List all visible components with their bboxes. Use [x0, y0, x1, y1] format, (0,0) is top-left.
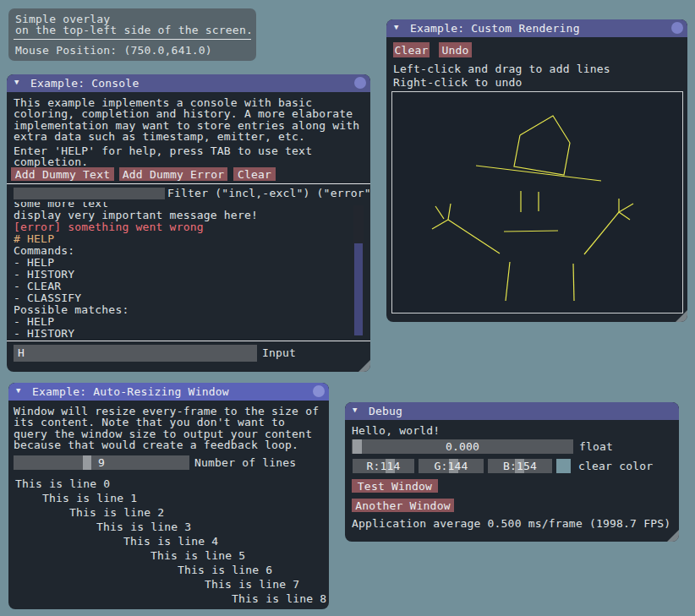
- drag-green[interactable]: G:144: [419, 459, 484, 473]
- custom-rendering-titlebar[interactable]: ▼ Example: Custom Rendering: [386, 19, 687, 37]
- console-log-line: - HELP: [14, 315, 352, 327]
- debug-window: ▼ Debug Hello, world! 0.000 float R:114 …: [345, 402, 679, 542]
- console-log-line: # HELP: [14, 232, 352, 244]
- drawn-line: [504, 231, 558, 232]
- resize-grip-icon[interactable]: [667, 530, 679, 542]
- canvas-clear-button[interactable]: Clear: [393, 42, 430, 57]
- drawn-line: [619, 204, 633, 212]
- debug-title: Debug: [369, 405, 402, 417]
- drawn-line: [584, 212, 619, 254]
- resize-grip-icon[interactable]: [358, 360, 370, 372]
- overlay-separator: [14, 39, 251, 40]
- float-slider-value: 0.000: [352, 440, 573, 453]
- mouse-position-text: Mouse Position: (750.0,641.0): [15, 45, 212, 56]
- console-scrollbar[interactable]: [353, 205, 364, 335]
- console-input-label: Input: [262, 347, 296, 358]
- console-log[interactable]: some more textdisplay very important mes…: [14, 202, 352, 337]
- close-button-icon[interactable]: [354, 77, 366, 89]
- add-dummy-error-button[interactable]: Add Dummy Error: [119, 167, 227, 181]
- float-label: float: [579, 441, 613, 452]
- filter-input[interactable]: [14, 188, 165, 199]
- output-line: This is line 6: [178, 564, 272, 576]
- collapse-arrow-icon[interactable]: ▼: [394, 23, 399, 31]
- scrollbar-grab[interactable]: [354, 243, 363, 335]
- collapse-arrow-icon[interactable]: ▼: [14, 78, 19, 86]
- drawn-line: [514, 116, 570, 175]
- filter-label: Filter ("incl,-excl") ("error": [167, 188, 370, 199]
- clear-button[interactable]: Clear: [233, 167, 276, 181]
- overlay-window: Simple overlay on the top-left side of t…: [8, 8, 256, 61]
- drag-green-value: G:144: [419, 460, 484, 472]
- fps-stats-text: Application average 0.500 ms/frame (1998…: [352, 518, 670, 529]
- console-intro-text: This example implements a console with b…: [14, 97, 359, 143]
- console-input[interactable]: H: [14, 345, 257, 362]
- drawn-lines: [392, 92, 682, 313]
- console-window: ▼ Example: Console This example implemen…: [7, 74, 370, 372]
- another-window-button[interactable]: Another Window: [352, 499, 454, 512]
- output-line: This is line 5: [150, 549, 245, 562]
- overlay-text-line2: on the top-left side of the screen.: [15, 25, 253, 35]
- console-hint-text: Enter 'HELP' for help, press TAB to use …: [14, 145, 312, 168]
- drag-red-value: R:114: [353, 460, 414, 472]
- drawn-line: [573, 264, 574, 301]
- drawn-line: [448, 204, 451, 220]
- clear-color-swatch[interactable]: [556, 459, 571, 473]
- desktop: Simple overlay on the top-left side of t…: [0, 0, 695, 616]
- test-window-button[interactable]: Test Window: [352, 479, 438, 493]
- drawn-line: [432, 220, 448, 229]
- drawn-line: [619, 212, 630, 220]
- console-separator-bottom: [7, 341, 370, 341]
- console-input-value: H: [18, 347, 25, 358]
- console-log-line: - HISTORY: [14, 327, 352, 337]
- console-title: Example: Console: [30, 77, 139, 90]
- float-slider[interactable]: 0.000: [352, 439, 573, 454]
- drag-blue[interactable]: B:154: [488, 459, 552, 473]
- console-log-line: display very important message here!: [14, 209, 352, 221]
- custom-rendering-title: Example: Custom Rendering: [410, 22, 580, 35]
- console-log-line: Possible matches:: [14, 303, 352, 315]
- drawn-line: [506, 262, 510, 301]
- auto-resizing-lines: This is line 0This is line 1This is line…: [8, 383, 329, 609]
- drawn-line: [435, 206, 444, 219]
- auto-resizing-window: ▼ Example: Auto-Resizing Window Window w…: [8, 383, 329, 609]
- console-log-line: - HELP: [14, 256, 352, 268]
- clear-color-label: clear color: [578, 461, 653, 472]
- debug-titlebar[interactable]: ▼ Debug: [345, 402, 679, 420]
- canvas-help-text2: Right-click to undo: [393, 77, 523, 88]
- drag-blue-value: B:154: [488, 460, 552, 472]
- output-line: This is line 0: [15, 477, 110, 490]
- console-log-line: - CLEAR: [14, 280, 352, 292]
- drawn-line: [448, 220, 500, 253]
- canvas-undo-button[interactable]: Undo: [439, 42, 472, 57]
- console-log-content: some more textdisplay very important mes…: [14, 202, 352, 337]
- drawn-line: [476, 166, 601, 181]
- collapse-arrow-icon[interactable]: ▼: [353, 406, 358, 414]
- output-line: This is line 1: [42, 492, 137, 504]
- add-dummy-text-button[interactable]: Add Dummy Text: [11, 167, 114, 181]
- console-log-line: [error] something went wrong: [14, 221, 352, 232]
- drawing-canvas[interactable]: [391, 91, 683, 313]
- console-log-line: - HISTORY: [14, 268, 352, 280]
- output-line: This is line 3: [96, 521, 191, 533]
- console-log-line: - CLASSIFY: [14, 292, 352, 303]
- close-button-icon[interactable]: [671, 22, 683, 34]
- custom-rendering-window: ▼ Example: Custom Rendering Clear Undo L…: [386, 19, 687, 322]
- drag-red[interactable]: R:114: [353, 459, 414, 473]
- output-line: This is line 8: [232, 592, 326, 605]
- output-line: This is line 2: [69, 506, 164, 519]
- hello-world-text: Hello, world!: [352, 425, 440, 436]
- output-line: This is line 4: [123, 535, 218, 548]
- console-titlebar[interactable]: ▼ Example: Console: [7, 74, 370, 92]
- canvas-help-text1: Left-click and drag to add lines: [393, 63, 610, 74]
- console-log-line: some more text: [14, 202, 352, 209]
- console-log-line: Commands:: [14, 244, 352, 256]
- console-separator-top: [7, 183, 370, 184]
- output-line: This is line 7: [205, 578, 299, 591]
